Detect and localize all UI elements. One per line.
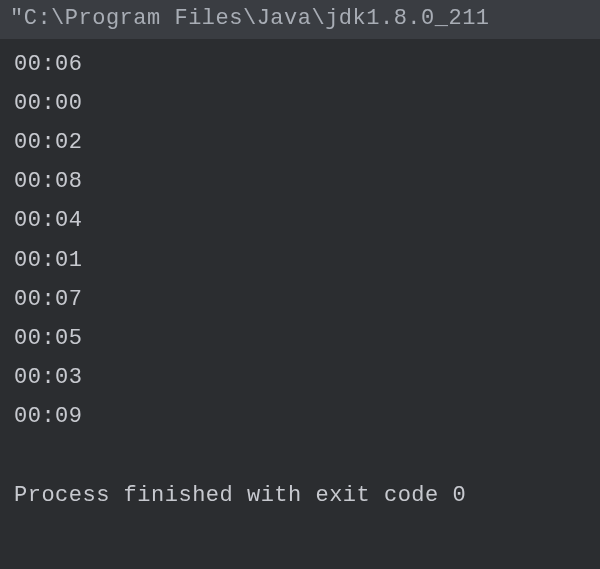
output-line: 00:08 bbox=[14, 162, 586, 201]
exit-message: Process finished with exit code 0 bbox=[14, 476, 586, 515]
output-line: 00:02 bbox=[14, 123, 586, 162]
output-line: 00:04 bbox=[14, 201, 586, 240]
output-line: 00:03 bbox=[14, 358, 586, 397]
console-command-header: "C:\Program Files\Java\jdk1.8.0_211 bbox=[0, 0, 600, 39]
blank-line bbox=[14, 436, 586, 475]
output-line: 00:07 bbox=[14, 280, 586, 319]
output-line: 00:01 bbox=[14, 241, 586, 280]
output-line: 00:00 bbox=[14, 84, 586, 123]
output-line: 00:05 bbox=[14, 319, 586, 358]
output-line: 00:06 bbox=[14, 45, 586, 84]
command-text: "C:\Program Files\Java\jdk1.8.0_211 bbox=[10, 6, 490, 31]
console-output-body: 00:06 00:00 00:02 00:08 00:04 00:01 00:0… bbox=[0, 39, 600, 521]
output-line: 00:09 bbox=[14, 397, 586, 436]
